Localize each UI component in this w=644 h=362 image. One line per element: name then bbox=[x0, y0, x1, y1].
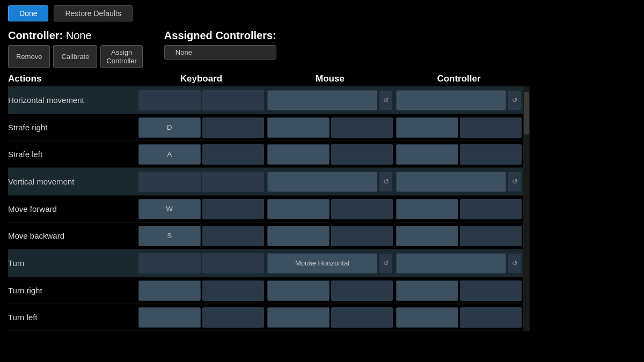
keyboard-binding-row: A bbox=[137, 141, 266, 168]
action-row-label: Turn right bbox=[8, 277, 137, 304]
controller-binding-row bbox=[394, 223, 523, 249]
controller-binding-secondary[interactable] bbox=[460, 144, 522, 165]
mouse-refresh-icon[interactable]: ↺ bbox=[379, 253, 393, 274]
controller-binding-primary[interactable] bbox=[396, 307, 458, 328]
mouse-refresh-icon[interactable]: ↺ bbox=[379, 90, 393, 110]
controller-buttons: Remove Calibrate Assign Controller bbox=[8, 45, 143, 68]
remove-button[interactable]: Remove bbox=[8, 45, 50, 68]
done-button[interactable]: Done bbox=[8, 5, 48, 21]
keyboard-binding-secondary[interactable] bbox=[202, 226, 265, 246]
controller-refresh-icon[interactable]: ↺ bbox=[508, 90, 522, 110]
restore-defaults-button[interactable]: Restore Defaults bbox=[54, 5, 132, 21]
keyboard-binding-primary[interactable]: D bbox=[138, 117, 201, 138]
controller-binding-row: ↺ bbox=[394, 249, 523, 277]
keyboard-binding-secondary[interactable] bbox=[202, 172, 265, 192]
controller-binding-axis[interactable] bbox=[396, 172, 506, 192]
keyboard-binding-secondary[interactable] bbox=[202, 144, 265, 165]
controller-binding-row bbox=[394, 141, 523, 168]
mouse-binding-secondary[interactable] bbox=[331, 307, 393, 328]
controller-binding-primary[interactable] bbox=[396, 117, 458, 138]
controller-refresh-icon[interactable]: ↺ bbox=[508, 172, 522, 192]
controller-binding-primary[interactable] bbox=[396, 280, 458, 301]
keyboard-binding-primary[interactable]: S bbox=[138, 226, 201, 246]
controller-binding-row bbox=[394, 277, 523, 304]
mouse-binding-row bbox=[266, 223, 394, 249]
keyboard-binding-primary[interactable] bbox=[138, 280, 201, 301]
header-controller: Controller bbox=[394, 73, 523, 84]
mouse-binding-primary[interactable] bbox=[267, 199, 330, 219]
mouse-column: ↺↺Mouse Horizontal↺ bbox=[266, 86, 394, 331]
controller-binding-secondary[interactable] bbox=[460, 117, 522, 138]
controller-binding-primary[interactable] bbox=[396, 199, 458, 219]
controller-binding-axis[interactable] bbox=[396, 90, 506, 110]
keyboard-binding-secondary[interactable] bbox=[202, 280, 265, 301]
header-keyboard: Keyboard bbox=[137, 73, 266, 84]
controller-binding-secondary[interactable] bbox=[460, 280, 522, 301]
keyboard-binding-primary[interactable] bbox=[138, 307, 201, 328]
action-row-label: Turn bbox=[8, 249, 137, 277]
mouse-binding-axis[interactable] bbox=[267, 90, 377, 110]
mouse-binding-secondary[interactable] bbox=[331, 117, 393, 138]
mouse-binding-row: ↺ bbox=[266, 168, 394, 196]
action-row-label: Turn left bbox=[8, 304, 137, 331]
mouse-binding-axis[interactable] bbox=[267, 172, 377, 192]
keyboard-binding-row bbox=[137, 277, 266, 304]
keyboard-binding-primary[interactable] bbox=[138, 90, 201, 110]
mouse-binding-primary[interactable] bbox=[267, 226, 330, 246]
mouse-binding-row bbox=[266, 141, 394, 168]
controller-refresh-icon[interactable]: ↺ bbox=[508, 253, 522, 274]
controller-binding-primary[interactable] bbox=[396, 226, 458, 246]
mouse-binding-secondary[interactable] bbox=[331, 144, 393, 165]
bindings-table: Actions Keyboard Mouse Controller Horizo… bbox=[0, 73, 644, 331]
action-names-column: Horizontal movementStrafe rightStrafe le… bbox=[8, 86, 137, 331]
keyboard-binding-secondary[interactable] bbox=[202, 199, 265, 219]
keyboard-binding-row bbox=[137, 168, 266, 196]
mouse-binding-secondary[interactable] bbox=[331, 226, 393, 246]
mouse-binding-secondary[interactable] bbox=[331, 199, 393, 219]
column-headers: Actions Keyboard Mouse Controller bbox=[8, 73, 636, 86]
mouse-binding-primary[interactable] bbox=[267, 280, 330, 301]
keyboard-binding-secondary[interactable] bbox=[202, 117, 265, 138]
mouse-binding-row: ↺ bbox=[266, 86, 394, 114]
mouse-refresh-icon[interactable]: ↺ bbox=[379, 172, 393, 192]
controller-section: Controller: None Remove Calibrate Assign… bbox=[0, 27, 644, 73]
scrollbar-track[interactable] bbox=[523, 86, 530, 331]
keyboard-binding-primary[interactable]: A bbox=[138, 144, 201, 165]
mouse-binding-secondary[interactable] bbox=[331, 280, 393, 301]
action-row-label: Strafe left bbox=[8, 141, 137, 168]
controller-column: ↺↺↺ bbox=[394, 86, 523, 331]
mouse-binding-primary[interactable] bbox=[267, 144, 330, 165]
calibrate-button[interactable]: Calibrate bbox=[53, 45, 97, 68]
keyboard-binding-row: W bbox=[137, 196, 266, 223]
action-row-label: Vertical movement bbox=[8, 168, 137, 196]
assigned-none-value: None bbox=[164, 45, 276, 60]
keyboard-binding-secondary[interactable] bbox=[202, 307, 265, 328]
mouse-binding-row: Mouse Horizontal↺ bbox=[266, 249, 394, 277]
mouse-binding-row bbox=[266, 114, 394, 141]
keyboard-binding-secondary[interactable] bbox=[202, 90, 265, 110]
mouse-binding-primary[interactable] bbox=[267, 117, 330, 138]
keyboard-binding-secondary[interactable] bbox=[202, 253, 265, 274]
assign-controller-button[interactable]: Assign Controller bbox=[100, 45, 142, 68]
assigned-section: Assigned Controllers: None bbox=[164, 29, 276, 60]
controller-label: Controller: None bbox=[8, 29, 143, 42]
mouse-binding-primary[interactable] bbox=[267, 307, 330, 328]
controller-value: None bbox=[66, 29, 92, 41]
keyboard-binding-row bbox=[137, 304, 266, 331]
controller-binding-secondary[interactable] bbox=[460, 307, 522, 328]
controller-binding-axis[interactable] bbox=[396, 253, 506, 274]
action-row-label: Move forward bbox=[8, 196, 137, 223]
controller-binding-row: ↺ bbox=[394, 86, 523, 114]
scrollbar-thumb[interactable] bbox=[524, 92, 529, 135]
controller-binding-row: ↺ bbox=[394, 168, 523, 196]
keyboard-binding-primary[interactable] bbox=[138, 253, 201, 274]
keyboard-binding-row bbox=[137, 86, 266, 114]
controller-binding-secondary[interactable] bbox=[460, 226, 522, 246]
keyboard-binding-primary[interactable] bbox=[138, 172, 201, 192]
header-actions: Actions bbox=[8, 73, 137, 84]
mouse-binding-axis[interactable]: Mouse Horizontal bbox=[267, 253, 377, 274]
assigned-controllers-label: Assigned Controllers: bbox=[164, 29, 276, 42]
controller-binding-primary[interactable] bbox=[396, 144, 458, 165]
controller-binding-secondary[interactable] bbox=[460, 199, 522, 219]
keyboard-binding-primary[interactable]: W bbox=[138, 199, 201, 219]
